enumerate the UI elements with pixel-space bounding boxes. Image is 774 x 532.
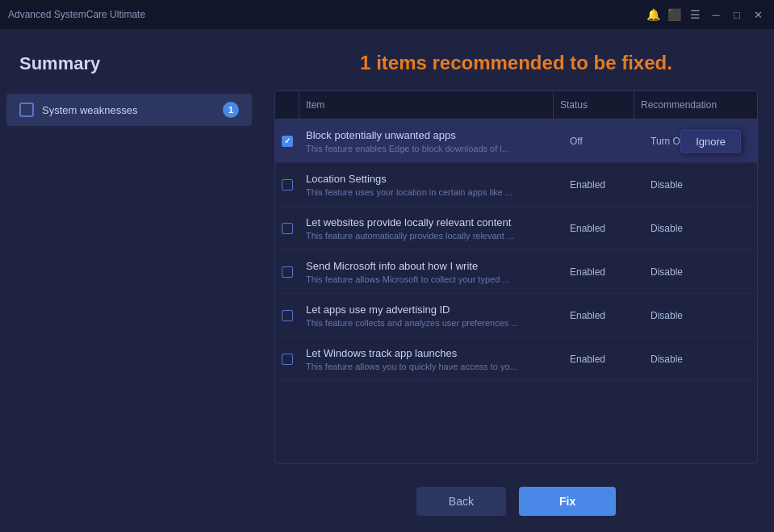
row-item-desc: This feature enables Edge to block downl…: [306, 144, 557, 153]
profile-icon[interactable]: ⬛: [666, 6, 682, 23]
table-row: Block potentially unwanted apps This fea…: [275, 119, 757, 163]
table-header: Item Status Recommendation: [275, 91, 757, 119]
row-status: Enabled: [563, 173, 644, 197]
minimize-button[interactable]: ─: [708, 6, 724, 23]
row-item-desc: This feature allows you to quickly have …: [306, 362, 557, 371]
row-checkbox-cell[interactable]: [275, 260, 299, 284]
row-item-cell: Let apps use my advertising ID This feat…: [299, 297, 563, 334]
col-status: Status: [554, 91, 634, 119]
fix-button[interactable]: Fix: [519, 487, 616, 516]
row-status: Enabled: [563, 304, 644, 328]
titlebar: Advanced SystemCare Ultimate 🔔 ⬛ ☰ ─ □ ✕: [0, 0, 774, 29]
row-item-desc: This feature automatically provides loca…: [306, 231, 557, 241]
row-checkbox[interactable]: [282, 223, 293, 234]
window-controls: 🔔 ⬛ ☰ ─ □ ✕: [645, 6, 766, 23]
row-item-cell: Let Windows track app launches This feat…: [299, 341, 563, 378]
row-item-desc: This feature uses your location in certa…: [306, 187, 557, 197]
content-header: 1 items recommended to be fixed.: [258, 29, 774, 90]
row-item-desc: This feature collects and analyzes user …: [306, 318, 557, 328]
close-button[interactable]: ✕: [750, 6, 766, 23]
notification-icon[interactable]: 🔔: [645, 6, 661, 23]
recommendation-header: 1 items recommended to be fixed.: [278, 52, 755, 74]
row-status: Off: [563, 129, 644, 153]
row-item-desc: This feature allows Microsoft to collect…: [306, 274, 557, 284]
row-item-cell: Location Settings This feature uses your…: [299, 166, 563, 203]
col-checkbox: [275, 91, 299, 119]
row-status: Enabled: [563, 347, 644, 371]
row-status: Enabled: [563, 260, 644, 284]
sidebar-item-label: System weaknesses: [42, 104, 215, 116]
table-row: Location Settings This feature uses your…: [275, 163, 757, 207]
row-item-title: Let websites provide locally relevant co…: [306, 216, 557, 228]
row-recommendation: Disable: [644, 304, 757, 328]
sidebar-badge: 1: [223, 102, 239, 118]
row-checkbox[interactable]: [282, 266, 293, 278]
issues-table: Item Status Recommendation Block potenti…: [274, 90, 758, 464]
footer: Back Fix: [258, 471, 774, 532]
row-checkbox-cell[interactable]: [275, 216, 299, 241]
row-item-title: Location Settings: [306, 173, 557, 185]
row-checkbox-cell[interactable]: [275, 173, 299, 197]
row-checkbox[interactable]: [282, 354, 293, 365]
row-checkbox-cell[interactable]: [275, 304, 299, 328]
table-row: Let websites provide locally relevant co…: [275, 207, 757, 250]
row-item-title: Block potentially unwanted apps: [306, 129, 557, 141]
row-checkbox-cell[interactable]: [275, 129, 299, 153]
row-item-title: Send Microsoft info about how I write: [306, 260, 557, 272]
content-area: 1 items recommended to be fixed. Item St…: [258, 29, 774, 532]
row-item-title: Let Windows track app launches: [306, 347, 557, 359]
row-item-cell: Let websites provide locally relevant co…: [299, 210, 563, 247]
col-recommendation: Recommendation: [634, 91, 747, 119]
table-body: Block potentially unwanted apps This fea…: [275, 119, 757, 381]
maximize-button[interactable]: □: [729, 6, 745, 23]
row-checkbox[interactable]: [282, 310, 293, 321]
row-status: Enabled: [563, 216, 644, 241]
sidebar-item-system-weaknesses[interactable]: System weaknesses 1: [6, 94, 252, 126]
table-row: Send Microsoft info about how I write Th…: [275, 250, 757, 294]
table-row: Let Windows track app launches This feat…: [275, 337, 757, 381]
row-checkbox[interactable]: [282, 136, 293, 147]
row-item-cell: Block potentially unwanted apps This fea…: [299, 123, 563, 160]
row-recommendation: Disable: [644, 260, 757, 284]
main-layout: Summary System weaknesses 1 1 items reco…: [0, 29, 774, 532]
app-title: Advanced SystemCare Ultimate: [8, 9, 145, 20]
row-recommendation: Turn On Ignore: [644, 129, 757, 153]
ignore-tooltip[interactable]: Ignore: [680, 129, 741, 153]
sidebar: Summary System weaknesses 1: [0, 29, 258, 532]
col-item: Item: [299, 91, 554, 119]
sidebar-item-icon: [19, 103, 34, 117]
back-button[interactable]: Back: [416, 487, 506, 516]
hamburger-menu-icon[interactable]: ☰: [687, 6, 703, 23]
sidebar-title: Summary: [0, 45, 258, 94]
row-item-cell: Send Microsoft info about how I write Th…: [299, 253, 563, 291]
row-recommendation: Disable: [644, 347, 757, 371]
row-checkbox[interactable]: [282, 179, 293, 191]
row-item-title: Let apps use my advertising ID: [306, 304, 557, 316]
row-recommendation: Disable: [644, 173, 757, 197]
row-checkbox-cell[interactable]: [275, 347, 299, 371]
table-row: Let apps use my advertising ID This feat…: [275, 294, 757, 337]
row-recommendation: Disable: [644, 216, 757, 241]
